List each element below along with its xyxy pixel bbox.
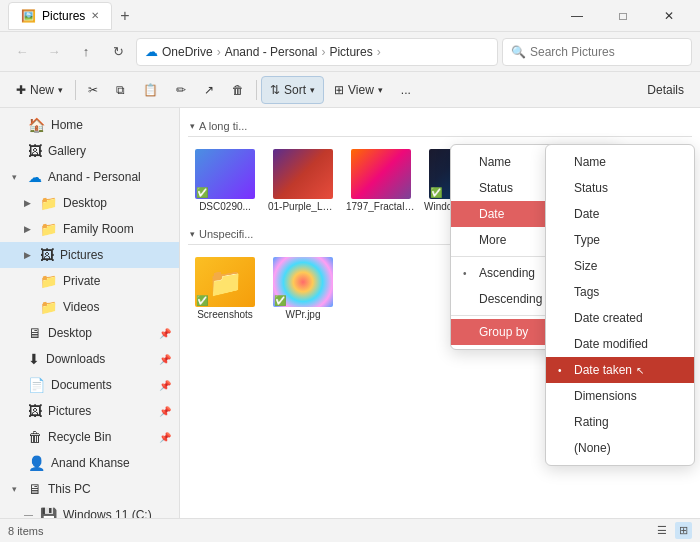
paste-button[interactable]: 📋 [135,76,166,104]
close-button[interactable]: ✕ [646,0,692,32]
tab-bar: 🖼️ Pictures ✕ + [8,2,136,30]
sidebar-item-windows-c[interactable]: — 💾 Windows 11 (C:) [0,502,179,518]
up-button[interactable]: ↑ [72,38,100,66]
sidebar-item-documents[interactable]: 📄 Documents 📌 [0,372,179,398]
groupby-rating[interactable]: Rating [546,409,694,435]
folder-icon: 📁 [40,221,57,237]
sidebar-label-downloads: Downloads [46,352,105,366]
folder-icon: 📁 [40,299,57,315]
sidebar-item-videos[interactable]: 📁 Videos [0,294,179,320]
minimize-button[interactable]: — [554,0,600,32]
file-status-wpr: ✅ [274,295,286,306]
sidebar-item-desktop-cloud[interactable]: ▶ 📁 Desktop 📌 [0,190,179,216]
folder-icon: 📁 [40,273,57,289]
tab-pictures[interactable]: 🖼️ Pictures ✕ [8,2,112,30]
file-item-screenshots[interactable]: 📁 ✅ Screenshots [190,253,260,324]
file-status-win11se: ✅ [430,187,442,198]
view-button[interactable]: ⊞ View ▾ [326,76,391,104]
search-input[interactable] [530,45,683,59]
copy-icon: ⧉ [116,83,125,97]
expand-icon: — [24,510,34,518]
groupby-none[interactable]: (None) [546,435,694,461]
groupby-status[interactable]: Status [546,175,694,201]
sidebar-item-gallery[interactable]: 🖼 Gallery [0,138,179,164]
groupby-name[interactable]: Name [546,149,694,175]
cursor-pointer: ↖ [636,365,644,376]
delete-icon: 🗑 [232,83,244,97]
sidebar: 🏠 Home 🖼 Gallery ▾ ☁ Anand - Personal ▶ … [0,108,180,518]
details-button[interactable]: Details [639,76,692,104]
view-icon: ⊞ [334,83,344,97]
new-tab-button[interactable]: + [114,7,135,25]
sidebar-label-this-pc: This PC [48,482,91,496]
groupby-date[interactable]: Date [546,201,694,227]
grid-view-button[interactable]: ⊞ [675,522,692,539]
status-bar: 8 items ☰ ⊞ [0,518,700,542]
sidebar-item-home[interactable]: 🏠 Home [0,112,179,138]
main-area: 🏠 Home 🖼 Gallery ▾ ☁ Anand - Personal ▶ … [0,108,700,518]
sidebar-item-pictures-local[interactable]: 🖼 Pictures 📌 [0,398,179,424]
rename-button[interactable]: ✏ [168,76,194,104]
sidebar-item-anand-khanse[interactable]: 👤 Anand Khanse [0,450,179,476]
sidebar-label-gallery: Gallery [48,144,86,158]
pin-icon: 📌 [159,328,171,339]
sidebar-item-pictures[interactable]: ▶ 🖼 Pictures [0,242,179,268]
forward-button[interactable]: → [40,38,68,66]
file-item-purple[interactable]: 01-Purple_LM-4K.png [268,145,338,216]
list-view-button[interactable]: ☰ [653,522,671,539]
cut-button[interactable]: ✂ [80,76,106,104]
file-thumb-purple [273,149,333,199]
gallery-icon: 🖼 [28,143,42,159]
delete-button[interactable]: 🗑 [224,76,252,104]
recycle-bin-icon: 🗑 [28,429,42,445]
breadcrumb-anand[interactable]: Anand - Personal [225,45,318,59]
file-thumb-screenshots: 📁 ✅ [195,257,255,307]
sidebar-label-pictures: Pictures [60,248,103,262]
sidebar-item-private[interactable]: 📁 Private [0,268,179,294]
copy-button[interactable]: ⧉ [108,76,133,104]
rename-icon: ✏ [176,83,186,97]
file-item-fractal[interactable]: 1797_Fractal_R ainbow_Ocean .jpg [346,145,416,216]
sidebar-label-desktop-cloud: Desktop [63,196,107,210]
groupby-type[interactable]: Type [546,227,694,253]
more-button[interactable]: ... [393,76,419,104]
sidebar-item-this-pc[interactable]: ▾ 🖥 This PC [0,476,179,502]
section-label-2: Unspecifi... [199,228,253,240]
groupby-dimensions[interactable]: Dimensions [546,383,694,409]
maximize-button[interactable]: □ [600,0,646,32]
file-item-dsc[interactable]: ✅ DSC0290... [190,145,260,216]
back-button[interactable]: ← [8,38,36,66]
documents-icon: 📄 [28,377,45,393]
onedrive-icon: ☁ [145,44,158,59]
refresh-button[interactable]: ↻ [104,38,132,66]
new-icon: ✚ [16,83,26,97]
drive-icon: 💾 [40,507,57,518]
breadcrumb-pictures[interactable]: Pictures [329,45,372,59]
pictures-icon: 🖼 [28,403,42,419]
expand-icon: ▾ [12,484,22,494]
file-name-wpr: WPr.jpg [285,309,320,320]
expand-icon: ▶ [24,198,34,208]
sidebar-item-desktop-local[interactable]: 🖥 Desktop 📌 [0,320,179,346]
groupby-date-taken[interactable]: • Date taken ↖ [546,357,694,383]
share-button[interactable]: ↗ [196,76,222,104]
sidebar-item-family-room[interactable]: ▶ 📁 Family Room [0,216,179,242]
sidebar-item-anand-personal[interactable]: ▾ ☁ Anand - Personal [0,164,179,190]
groupby-tags[interactable]: Tags [546,279,694,305]
breadcrumb[interactable]: ☁ OneDrive › Anand - Personal › Pictures… [136,38,498,66]
groupby-date-modified[interactable]: Date modified [546,331,694,357]
sidebar-item-downloads[interactable]: ⬇ Downloads 📌 [0,346,179,372]
new-button[interactable]: ✚ New ▾ [8,76,71,104]
sidebar-label-pictures-local: Pictures [48,404,91,418]
search-box[interactable]: 🔍 [502,38,692,66]
breadcrumb-onedrive[interactable]: OneDrive [162,45,213,59]
title-controls: — □ ✕ [554,0,692,32]
tab-close-button[interactable]: ✕ [91,10,99,21]
sidebar-item-recycle-bin[interactable]: 🗑 Recycle Bin 📌 [0,424,179,450]
sort-button[interactable]: ⇅ Sort ▾ [261,76,324,104]
file-status-screenshots: ✅ [196,295,208,306]
file-item-wpr[interactable]: ✅ WPr.jpg [268,253,338,324]
share-icon: ↗ [204,83,214,97]
groupby-date-created[interactable]: Date created [546,305,694,331]
groupby-size[interactable]: Size [546,253,694,279]
